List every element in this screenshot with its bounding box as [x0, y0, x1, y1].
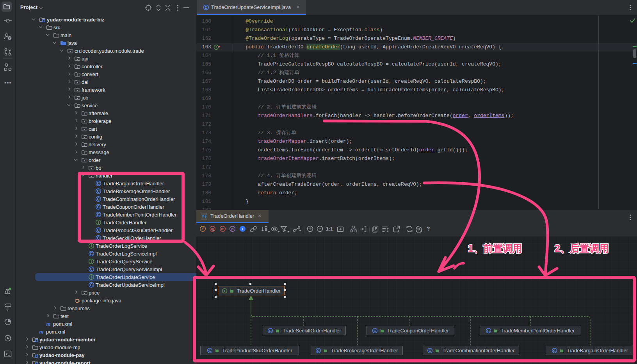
svg-text:I: I	[242, 227, 243, 231]
svg-text:m: m	[211, 227, 214, 231]
svg-text:f: f	[202, 227, 204, 231]
svg-text:p: p	[231, 227, 234, 231]
svg-text:m: m	[221, 227, 224, 231]
svg-text:?: ?	[9, 36, 11, 40]
svg-text:I: I	[216, 45, 217, 49]
